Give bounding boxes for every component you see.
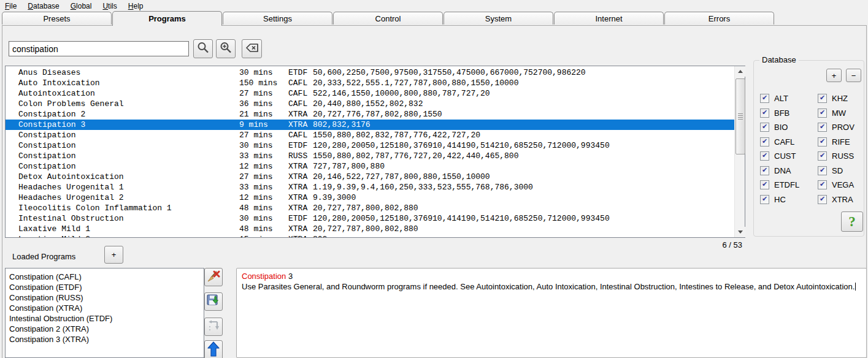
menu-item[interactable]: Global — [69, 1, 93, 11]
scrollbar-thumb[interactable] — [735, 78, 745, 154]
database-checkbox[interactable]: MW — [818, 106, 861, 121]
tab[interactable]: Settings — [223, 12, 332, 25]
program-row[interactable]: Detox Autointoxication 27 mins XTRA 20,1… — [6, 172, 745, 182]
database-checkbox[interactable]: SD — [818, 164, 861, 178]
search-button[interactable] — [193, 39, 213, 58]
description-title: Constipation 3 — [242, 272, 861, 282]
add-program-button[interactable]: + — [104, 246, 123, 264]
database-checkbox[interactable]: ETDFL — [760, 178, 818, 192]
checkbox-label: DNA — [774, 166, 791, 175]
program-row[interactable]: Constipation 30 mins ETDF 120,280,20050,… — [6, 140, 745, 151]
zoom-plus-icon — [219, 41, 232, 57]
loaded-programs-list[interactable]: Constipation (CAFL)Constipation (ETDF)Co… — [5, 268, 204, 358]
database-help-button[interactable]: ? — [841, 211, 863, 232]
menu-item[interactable]: Utils — [101, 1, 118, 11]
database-checkbox[interactable]: CUST — [760, 149, 818, 164]
program-row[interactable]: Constipation 2 21 mins XTRA 20,727,776,7… — [6, 109, 745, 120]
loaded-program-item[interactable]: Constipation (XTRA) — [9, 303, 204, 313]
program-database: XTRA — [288, 161, 313, 172]
database-checkbox[interactable]: BFB — [760, 106, 818, 121]
program-row[interactable]: Anus Diseases 30 mins ETDF 50,600,2250,7… — [6, 67, 745, 78]
program-frequencies: 120,280,20050,125180,376910,414190,51421… — [313, 213, 745, 224]
database-checkbox[interactable]: PROV — [818, 120, 861, 135]
program-database: XTRA — [288, 203, 313, 213]
database-checkbox[interactable]: RIFE — [818, 135, 861, 150]
program-name: Auto Intoxication — [18, 78, 239, 88]
database-checkbox[interactable]: XTRA — [818, 192, 861, 207]
program-database: CAFL — [288, 130, 313, 140]
program-row[interactable]: Intestinal Obstruction 30 mins ETDF 120,… — [6, 213, 745, 224]
checkbox-icon — [818, 180, 827, 189]
program-database: XTRA — [288, 182, 313, 192]
checkbox-label: ALT — [774, 94, 788, 103]
tab[interactable]: Presets — [2, 12, 112, 25]
loaded-program-item[interactable]: Constipation (ETDF) — [9, 282, 204, 292]
program-database: XTRA — [288, 192, 313, 203]
database-groupbox-title: Database — [759, 55, 799, 64]
program-frequencies: 1550,880,802,787,776,727,20,422,440,465,… — [313, 151, 745, 161]
program-row[interactable]: Auto Intoxication 150 mins CAFL 20,333,5… — [6, 78, 745, 88]
results-counter: 6 / 53 — [675, 240, 742, 249]
menu-item[interactable]: Database — [26, 1, 60, 11]
program-name: Ileocolitis Colon Inflammation 1 — [18, 203, 239, 213]
description-body: Use Parasites General, and Roundworm pro… — [242, 282, 861, 292]
database-select-none-button[interactable]: − — [846, 69, 861, 82]
move-to-top-button[interactable] — [204, 340, 223, 358]
program-database: XTRA — [288, 109, 313, 120]
loaded-program-item[interactable]: Constipation (CAFL) — [9, 272, 204, 282]
program-frequencies: 727,787,800,880 — [313, 161, 745, 172]
database-checkbox[interactable]: KHZ — [818, 91, 861, 106]
program-database: CAFL — [288, 78, 313, 88]
database-checkbox[interactable]: HC — [760, 192, 818, 207]
program-row[interactable]: Constipation 12 mins XTRA 727,787,800,88… — [6, 161, 745, 172]
database-checkbox[interactable]: CAFL — [760, 135, 818, 150]
tab-label: Presets — [43, 14, 70, 23]
program-row[interactable]: Ileocolitis Colon Inflammation 1 48 mins… — [6, 203, 745, 213]
database-checkbox[interactable]: DNA — [760, 164, 818, 178]
menu-item[interactable]: Help — [127, 1, 145, 11]
program-row[interactable]: Laxative Mild 2 15 mins XTRA 802 — [6, 234, 745, 238]
checkbox-label: RUSS — [832, 151, 854, 161]
clear-search-button[interactable] — [242, 39, 262, 58]
program-row[interactable]: Headaches Urogenital 1 33 mins XTRA 1.19… — [6, 182, 745, 192]
database-select-all-button[interactable]: + — [826, 69, 842, 82]
program-list[interactable]: Anus Diseases 30 mins ETDF 50,600,2250,7… — [5, 66, 745, 238]
program-list-scrollbar[interactable] — [734, 66, 745, 237]
text-caret — [855, 283, 856, 291]
search-input[interactable] — [9, 41, 189, 56]
program-row[interactable]: Constipation 27 mins CAFL 1550,880,802,8… — [6, 130, 745, 140]
checkbox-label: RIFE — [832, 137, 850, 147]
program-duration: 150 mins — [239, 78, 288, 88]
save-loaded-button[interactable] — [204, 292, 223, 311]
description-title-number: 3 — [286, 272, 293, 281]
program-description[interactable]: Constipation 3 Use Parasites General, an… — [236, 268, 867, 358]
scroll-down-arrow[interactable] — [735, 227, 745, 237]
search-deeper-button[interactable] — [216, 39, 236, 58]
program-row[interactable]: Constipation 33 mins RUSS 1550,880,802,7… — [6, 151, 745, 161]
scroll-up-arrow[interactable] — [735, 66, 745, 77]
program-row[interactable]: Headaches Urogenital 2 12 mins XTRA 9.39… — [6, 192, 745, 203]
tab[interactable]: Internet — [554, 12, 664, 25]
program-row[interactable]: Laxative Mild 1 48 mins XTRA 20,727,787,… — [6, 224, 745, 234]
program-frequencies: 802,832,3176 — [313, 120, 745, 130]
tab[interactable]: Control — [333, 12, 443, 25]
program-row[interactable]: Colon Problems General 36 mins CAFL 20,4… — [6, 99, 745, 109]
tab[interactable]: Programs — [112, 11, 222, 26]
loaded-program-item[interactable]: Constipation (RUSS) — [9, 292, 204, 303]
program-row[interactable]: Constipation 3 9 mins XTRA 802,832,3176 — [6, 120, 745, 130]
database-checkbox[interactable]: ALT — [760, 91, 818, 106]
save-floppy-icon — [206, 293, 221, 310]
tab[interactable]: System — [444, 12, 553, 25]
database-checkbox[interactable]: RUSS — [818, 149, 861, 164]
loaded-program-item[interactable]: Intestinal Obstruction (ETDF) — [9, 313, 204, 324]
database-checkbox[interactable]: BIO — [760, 120, 818, 135]
tab[interactable]: Errors — [664, 12, 774, 25]
loaded-program-item[interactable]: Constipation 3 (XTRA) — [9, 334, 204, 345]
loaded-program-item[interactable]: Constipation 2 (XTRA) — [9, 324, 204, 334]
clear-loaded-button[interactable] — [204, 268, 223, 286]
program-name: Constipation — [18, 161, 239, 172]
program-row[interactable]: Autointoxication 27 mins CAFL 522,146,15… — [6, 88, 745, 99]
menu-item[interactable]: File — [4, 1, 18, 11]
database-checkbox[interactable]: VEGA — [818, 178, 861, 192]
program-frequencies: 120,280,20050,125180,376910,414190,51421… — [313, 140, 745, 151]
